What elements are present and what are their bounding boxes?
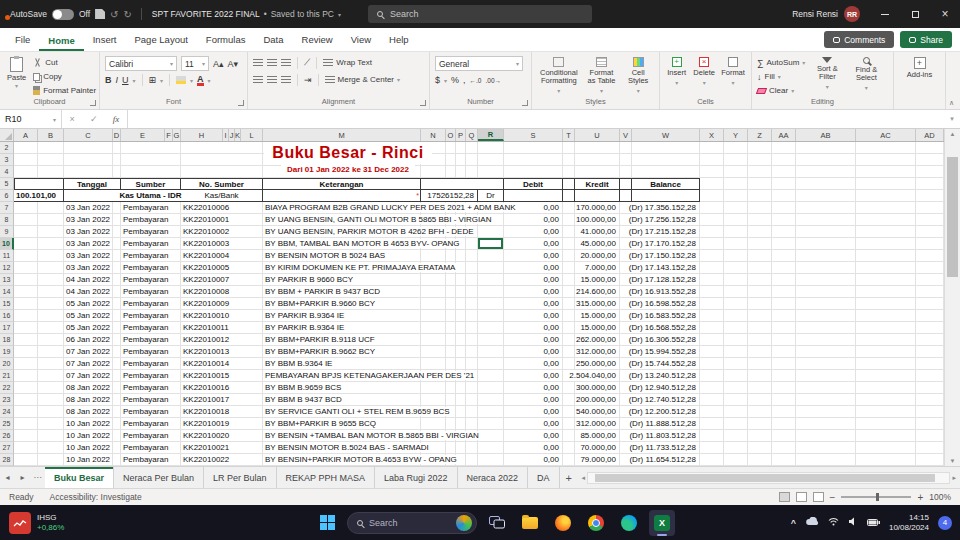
cell-sumber[interactable]: Pembayaran <box>121 418 181 430</box>
cell[interactable] <box>796 430 856 442</box>
cell[interactable] <box>700 442 724 454</box>
chrome-icon[interactable] <box>583 510 609 536</box>
cell[interactable] <box>856 394 916 406</box>
cell[interactable] <box>796 394 856 406</box>
cell[interactable] <box>113 286 121 298</box>
cell[interactable] <box>466 358 478 370</box>
ribbon-tab-view[interactable]: View <box>342 29 380 51</box>
cell[interactable] <box>748 394 772 406</box>
column-header-U[interactable]: U <box>575 129 620 141</box>
cell[interactable] <box>38 418 64 430</box>
cell[interactable] <box>916 406 944 418</box>
insert-cells-button[interactable]: +Insert▾ <box>665 56 688 88</box>
cell[interactable] <box>421 310 446 322</box>
cell[interactable] <box>916 250 944 262</box>
cell[interactable] <box>856 226 916 238</box>
row-header-22[interactable]: 22 <box>0 382 14 394</box>
cell[interactable] <box>772 358 796 370</box>
row-header-7[interactable]: 7 <box>0 202 14 214</box>
cell-balance[interactable]: (Dr) 17.143.152,28 <box>632 262 700 274</box>
cell[interactable] <box>478 358 504 370</box>
cell[interactable] <box>748 166 772 178</box>
cell[interactable] <box>632 190 700 202</box>
cell[interactable] <box>14 250 38 262</box>
cell[interactable] <box>700 190 724 202</box>
cell[interactable] <box>700 394 724 406</box>
row-header-11[interactable]: 11 <box>0 250 14 262</box>
cell-keterangan[interactable]: BY BBM+PARKIR B 9655 BCQ <box>263 418 421 430</box>
cell-tanggal[interactable]: 03 Jan 2022 <box>64 226 113 238</box>
cell-debit[interactable]: 0,00 <box>504 454 563 466</box>
cell[interactable] <box>113 430 121 442</box>
cell-keterangan[interactable]: BY BBM B 9437 BCD <box>263 394 421 406</box>
cell[interactable] <box>14 178 64 190</box>
cell[interactable] <box>796 442 856 454</box>
cell[interactable] <box>456 442 466 454</box>
underline-button[interactable]: U <box>122 75 129 85</box>
cell-kredit[interactable]: 20.000,00 <box>575 250 620 262</box>
cell[interactable] <box>772 238 796 250</box>
cell[interactable] <box>796 358 856 370</box>
cell-sumber[interactable]: Pembayaran <box>121 238 181 250</box>
cell[interactable] <box>456 286 466 298</box>
cell[interactable] <box>181 154 263 166</box>
bold-button[interactable]: B <box>105 75 112 85</box>
cell[interactable] <box>466 442 478 454</box>
cell-sumber[interactable]: Pembayaran <box>121 394 181 406</box>
cell-balance[interactable]: (Dr) 17.150.152,28 <box>632 250 700 262</box>
number-format-select[interactable]: General▾ <box>435 56 523 71</box>
cell[interactable] <box>466 262 478 274</box>
cell[interactable] <box>14 166 38 178</box>
cell[interactable] <box>38 202 64 214</box>
column-header-A[interactable]: A <box>14 129 38 141</box>
copy-button[interactable]: Copy <box>33 70 96 83</box>
cell[interactable] <box>563 454 575 466</box>
ribbon-tab-file[interactable]: File <box>6 29 39 51</box>
cell[interactable] <box>466 406 478 418</box>
cell-kredit[interactable]: 214.600,00 <box>575 286 620 298</box>
cell[interactable] <box>113 274 121 286</box>
cell[interactable] <box>421 298 446 310</box>
cell[interactable] <box>38 334 64 346</box>
cell[interactable] <box>478 322 504 334</box>
column-header-C[interactable]: C <box>64 129 113 141</box>
cell-balance[interactable]: (Dr) 16.598.552,28 <box>632 298 700 310</box>
cell-no-sumber[interactable]: KK22010006 <box>181 202 263 214</box>
tray-expand-icon[interactable]: ^ <box>791 518 796 528</box>
cell[interactable] <box>504 154 563 166</box>
cell[interactable] <box>796 166 856 178</box>
cell[interactable] <box>772 406 796 418</box>
cell[interactable] <box>700 418 724 430</box>
cell-balance[interactable]: (Dr) 13.240.512,28 <box>632 370 700 382</box>
cell-sumber[interactable]: Pembayaran <box>121 250 181 262</box>
wrap-text-button[interactable]: Wrap Text <box>323 56 372 69</box>
column-header-M[interactable]: M <box>263 129 421 141</box>
cell[interactable] <box>64 166 113 178</box>
cell-no-sumber[interactable]: KK22010002 <box>181 226 263 238</box>
cell-debit[interactable]: 0,00 <box>504 214 563 226</box>
cell[interactable] <box>113 262 121 274</box>
cell[interactable] <box>700 178 724 190</box>
cell[interactable] <box>856 370 916 382</box>
cell[interactable] <box>724 262 748 274</box>
cell-no-sumber[interactable]: KK22010012 <box>181 334 263 346</box>
cell[interactable] <box>14 346 38 358</box>
cell[interactable] <box>113 406 121 418</box>
column-header-E[interactable]: E <box>121 129 165 141</box>
cell[interactable] <box>466 394 478 406</box>
undo-icon[interactable]: ↺ <box>110 9 118 20</box>
cell[interactable] <box>772 394 796 406</box>
cell[interactable] <box>724 454 748 466</box>
cell[interactable] <box>916 382 944 394</box>
cell[interactable] <box>14 262 38 274</box>
cell[interactable] <box>478 250 504 262</box>
conditional-formatting-button[interactable]: Conditional Formatting▾ <box>537 56 581 96</box>
cell[interactable] <box>14 334 38 346</box>
cell-balance[interactable]: (Dr) 11.654.512,28 <box>632 454 700 466</box>
cell[interactable] <box>748 262 772 274</box>
cell-kredit[interactable]: 15.000,00 <box>575 322 620 334</box>
cell[interactable] <box>856 178 916 190</box>
cell[interactable] <box>113 370 121 382</box>
opening-balance[interactable]: 17526152,28 <box>421 190 478 202</box>
zoom-level[interactable]: 100% <box>929 492 951 502</box>
